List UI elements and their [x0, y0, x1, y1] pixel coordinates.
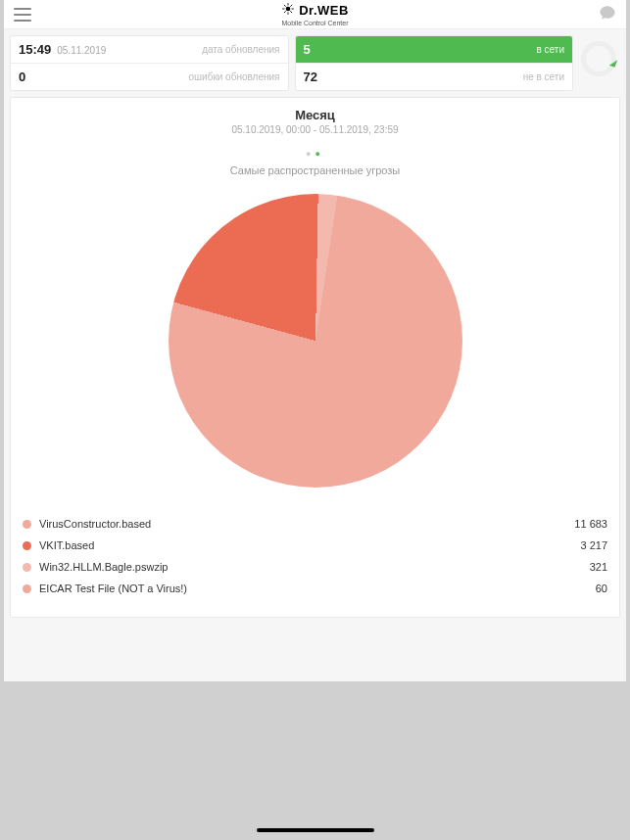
brand-logo: Dr.WEB Mobile Control Center [281, 2, 349, 26]
update-date: 05.11.2019 [57, 45, 106, 56]
network-gauge [579, 39, 618, 78]
brand-name: Dr.WEB [299, 4, 349, 17]
legend-row[interactable]: VirusConstructor.based11 683 [23, 513, 607, 535]
offline-label: не в сети [523, 71, 564, 82]
legend-name: Win32.HLLM.Bagle.pswzip [39, 561, 590, 573]
offline-cell[interactable]: 72 не в сети [296, 63, 573, 90]
threats-card: Месяц 05.10.2019, 00:00 - 05.11.2019, 23… [10, 97, 620, 618]
pie-chart [169, 194, 462, 488]
legend-name: VirusConstructor.based [39, 518, 574, 530]
errors-value: 0 [19, 70, 25, 84]
update-label: дата обновления [202, 44, 279, 55]
legend-value: 321 [590, 561, 607, 573]
brand-subtitle: Mobile Control Center [281, 20, 348, 26]
menu-icon[interactable] [14, 8, 31, 22]
legend: VirusConstructor.based11 683VKIT.based3 … [23, 513, 607, 599]
update-errors-cell[interactable]: 0 ошибки обновления [11, 63, 288, 90]
stats-panel: 15:49 05.11.2019 дата обновления 0 ошибк… [4, 29, 626, 97]
period-title: Месяц [21, 108, 609, 122]
update-time: 15:49 [19, 42, 51, 57]
period-range: 05.10.2019, 00:00 - 05.11.2019, 23:59 [21, 124, 609, 135]
legend-row[interactable]: Win32.HLLM.Bagle.pswzip321 [23, 556, 607, 578]
offline-value: 72 [304, 70, 317, 84]
svg-point-0 [286, 7, 291, 12]
legend-row[interactable]: VKIT.based3 217 [23, 535, 607, 556]
update-time-cell[interactable]: 15:49 05.11.2019 дата обновления [11, 36, 288, 63]
spider-icon [281, 2, 295, 19]
errors-label: ошибки обновления [188, 71, 279, 82]
app-window: Dr.WEB Mobile Control Center 15:49 05.11… [4, 0, 626, 681]
stats-network-block: 5 в сети 72 не в сети [295, 35, 574, 91]
legend-value: 3 217 [580, 539, 607, 551]
home-indicator[interactable] [257, 828, 374, 832]
legend-value: 60 [596, 583, 607, 594]
legend-dot-icon [23, 520, 31, 529]
legend-dot-icon [23, 563, 31, 572]
gauge-wedge-icon [609, 58, 617, 68]
stats-update-block: 15:49 05.11.2019 дата обновления 0 ошибк… [10, 35, 289, 91]
chat-icon[interactable] [599, 4, 616, 25]
legend-name: VKIT.based [39, 539, 580, 551]
legend-row[interactable]: EICAR Test File (NOT a Virus!)60 [23, 578, 607, 599]
page-dots[interactable]: ●● [21, 149, 609, 159]
topbar: Dr.WEB Mobile Control Center [4, 0, 626, 29]
chart-title: Самые распространенные угрозы [21, 164, 609, 176]
legend-value: 11 683 [574, 518, 607, 530]
legend-name: EICAR Test File (NOT a Virus!) [39, 583, 596, 594]
legend-dot-icon [23, 541, 31, 550]
pie-chart-wrap [21, 186, 609, 507]
online-value: 5 [304, 42, 311, 57]
online-label: в сети [537, 44, 565, 55]
legend-dot-icon [23, 584, 31, 593]
online-cell[interactable]: 5 в сети [296, 36, 573, 63]
